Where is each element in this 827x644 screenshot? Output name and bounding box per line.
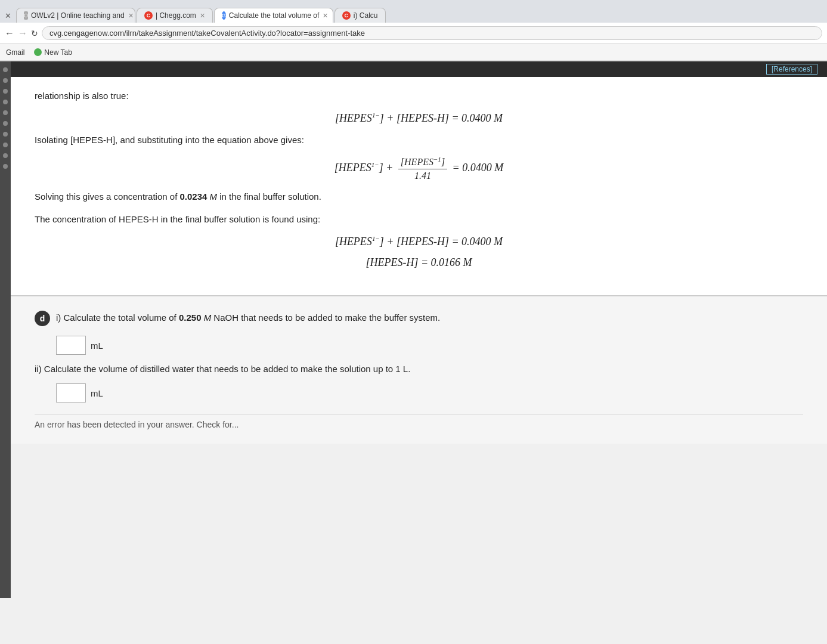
forward-button[interactable]: →: [18, 28, 27, 39]
question-part-i-text: i) Calculate the total volume of 0.250 M…: [56, 311, 440, 325]
window-close-button[interactable]: ✕: [0, 11, 16, 20]
question-badge-d: d: [35, 311, 50, 326]
equation-1: [HEPES1−] + [HEPES-H] = 0.0400 M: [35, 112, 803, 125]
tab-owlv2[interactable]: O OWLv2 | Online teaching and ✕: [16, 8, 135, 23]
solution-box: relationship is also true: [HEPES1−] + […: [11, 77, 827, 296]
main-content: [References] relationship is also true: …: [0, 61, 827, 598]
question-section: d i) Calculate the total volume of 0.250…: [11, 296, 827, 444]
tab-chegg2[interactable]: C i) Calcu: [334, 8, 386, 23]
references-link[interactable]: [References]: [766, 64, 817, 75]
unit-label-2: mL: [91, 388, 103, 398]
error-text: An error has been detected in your answe…: [35, 414, 803, 429]
top-bar: [References]: [11, 61, 827, 77]
intro-text: relationship is also true:: [35, 89, 803, 103]
tab-google-close[interactable]: ✕: [323, 12, 328, 20]
isolating-text: Isolating [HEPES-H], and substituting in…: [35, 133, 803, 147]
tab-chegg[interactable]: C | Chegg.com ✕: [137, 8, 213, 23]
content-area: [References] relationship is also true: …: [11, 61, 827, 598]
tab-owlv2-close[interactable]: ✕: [128, 12, 134, 20]
equation-4: [HEPES-H] = 0.0166 M: [35, 256, 803, 269]
sidebar-dot: [3, 132, 8, 137]
sidebar-dot: [3, 110, 8, 115]
question-part-ii-text: ii) Calculate the volume of distilled wa…: [35, 362, 803, 376]
input-row-2: mL: [56, 383, 803, 402]
answer-input-1[interactable]: [56, 336, 86, 355]
browser-chrome: ✕ O OWLv2 | Online teaching and ✕ C | Ch…: [0, 0, 827, 61]
sidebar-dot: [3, 78, 8, 83]
sidebar-dot: [3, 67, 8, 72]
nav-bar: ← → ↻ cvg.cengagenow.com/ilrn/takeAssign…: [0, 23, 827, 44]
solving-value: 0.0234: [179, 191, 207, 202]
equation-2: [HEPES1−] + [HEPES−1] 1.41 = 0.0400 M: [35, 156, 803, 181]
tab-google[interactable]: G Calculate the total volume of ✕: [214, 8, 333, 23]
conc-text: The concentration of HEPES-H in the fina…: [35, 212, 803, 227]
unit-label-1: mL: [91, 340, 103, 351]
answer-input-2[interactable]: [56, 383, 86, 402]
sidebar-dot: [3, 89, 8, 94]
tab-chegg-close[interactable]: ✕: [200, 12, 205, 20]
question-header: d i) Calculate the total volume of 0.250…: [35, 311, 803, 326]
bookmark-newtab[interactable]: New Tab: [34, 48, 72, 57]
input-row-1: mL: [56, 336, 803, 355]
back-button[interactable]: ←: [5, 28, 14, 39]
sidebar-dot: [3, 121, 8, 126]
volume-value: 0.250: [179, 312, 202, 323]
bookmark-gmail[interactable]: Gmail: [6, 48, 24, 57]
solving-text: Solving this gives a concentration of 0.…: [35, 190, 803, 204]
new-tab-icon: [34, 48, 42, 56]
equation-3: [HEPES1−] + [HEPES-H] = 0.0400 M: [35, 235, 803, 248]
reload-button[interactable]: ↻: [31, 29, 38, 38]
sidebar-dot: [3, 143, 8, 147]
url-bar[interactable]: cvg.cengagenow.com/ilrn/takeAssignment/t…: [42, 26, 822, 40]
bookmarks-bar: Gmail New Tab: [0, 44, 827, 61]
fraction-hepes: [HEPES−1] 1.41: [398, 156, 447, 181]
sidebar-dot: [3, 100, 8, 104]
left-sidebar: [0, 61, 11, 598]
tab-bar: ✕ O OWLv2 | Online teaching and ✕ C | Ch…: [0, 0, 827, 23]
sidebar-dot: [3, 164, 8, 169]
sidebar-dot: [3, 153, 8, 158]
